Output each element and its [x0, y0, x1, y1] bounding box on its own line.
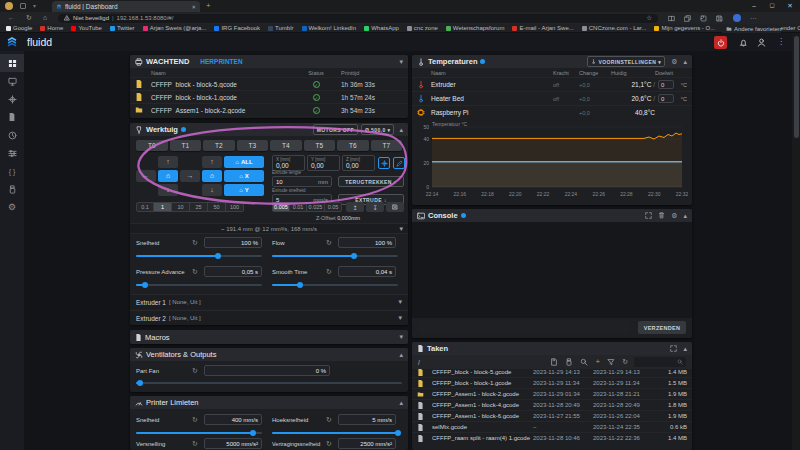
extensions-icon[interactable]	[700, 15, 707, 22]
sidebar-item-tune[interactable]	[0, 90, 24, 108]
tool-button-t5[interactable]: T5	[304, 140, 336, 151]
velocity-reset-icon[interactable]: ↻	[192, 416, 198, 423]
collapse-icon[interactable]: ▾	[399, 58, 403, 66]
home-x-button[interactable]: ⌂X	[224, 170, 264, 182]
tool-button-t4[interactable]: T4	[270, 140, 302, 151]
z-step-button[interactable]: 0.05	[325, 202, 342, 212]
new-tab-button[interactable]: +	[206, 2, 211, 10]
bookmark[interactable]: Tumblr	[268, 25, 293, 31]
other-favorites[interactable]: Andere favorieten	[722, 25, 781, 33]
temp-row-host[interactable]: Raspberry Pi +0,0 40,8°C	[412, 105, 692, 119]
pressure-advance-field[interactable]: 0,05 s	[204, 266, 262, 277]
search-icon[interactable]	[580, 358, 588, 366]
collapse-icon[interactable]: ▴	[683, 58, 687, 66]
smooth-time-reset-icon[interactable]: ↻	[326, 268, 332, 275]
tool-button-t6[interactable]: T6	[337, 140, 369, 151]
bookmark[interactable]: CNCzone.com - Lar...	[582, 25, 647, 31]
move-y-minus-button[interactable]: ↓	[158, 184, 178, 196]
tool-button-t1[interactable]: T1	[170, 140, 202, 151]
filter-icon[interactable]	[607, 358, 615, 366]
browser-profile-avatar[interactable]	[5, 2, 13, 10]
browser-profile-icon[interactable]	[733, 14, 741, 22]
scrollbar-thumb[interactable]	[794, 36, 799, 138]
axis-z-position[interactable]: Z [mm]0,00	[342, 155, 375, 171]
queue-row[interactable]: CFFFP_block - block-5.gcode ✓ 1h 36m 33s	[130, 77, 408, 90]
velocity-field[interactable]: 400 mm/s	[204, 414, 262, 425]
speed-slider[interactable]	[136, 255, 262, 257]
move-step-button[interactable]: 100	[226, 202, 244, 212]
home-y-button[interactable]: ⌂Y	[224, 184, 264, 196]
tool-button-t0[interactable]: T0	[136, 140, 168, 151]
move-step-button[interactable]: 10	[172, 202, 190, 212]
home-z-button[interactable]: ⌂	[202, 170, 222, 182]
tool-edit-button[interactable]	[393, 157, 405, 169]
collapse-icon[interactable]: ▴	[683, 212, 687, 220]
sd-card-icon[interactable]	[550, 358, 558, 366]
page-scrollbar[interactable]	[792, 33, 800, 450]
jobs-expand-icon[interactable]	[670, 345, 677, 352]
move-z-minus-button[interactable]: ↓	[202, 184, 222, 196]
console-clear-trash-icon[interactable]	[658, 212, 665, 219]
window-minimize-button[interactable]: –	[746, 0, 762, 11]
velocity-slider[interactable]	[136, 432, 262, 434]
downloads-icon[interactable]	[716, 15, 723, 22]
z-offset-save-button[interactable]	[386, 202, 404, 212]
pressure-advance-slider[interactable]	[136, 284, 262, 286]
bookmark[interactable]: Google	[6, 25, 32, 31]
sidebar-item-jobs[interactable]	[0, 108, 24, 126]
console-expand-icon[interactable]	[645, 212, 652, 219]
sidebar-item-settings[interactable]: ⚙	[0, 198, 24, 216]
tool-calibrate-button[interactable]	[378, 157, 390, 169]
emergency-stop-button[interactable]	[714, 36, 727, 49]
browser-menu-icon[interactable]: …	[750, 13, 757, 20]
move-step-button-selected[interactable]: 1	[154, 202, 172, 212]
part-fan-reset-icon[interactable]: ↻	[192, 367, 198, 374]
z-step-button[interactable]: 0.01	[290, 202, 307, 212]
scv-field[interactable]: 5 mm/s	[338, 414, 396, 425]
bed-target-input[interactable]: 0	[658, 94, 674, 103]
tab-close-icon[interactable]: ✕	[191, 4, 196, 10]
job-row[interactable]: CFFFP_raam split - raam(4) 1.gcode 2023-…	[412, 432, 692, 443]
motors-off-button[interactable]: MOTORS OFF	[313, 124, 358, 135]
temp-row-extruder[interactable]: Extruder off +0,0 21,1°C / 0 °C	[412, 77, 692, 91]
home-xy-button[interactable]: ⌂	[158, 170, 178, 182]
console-output[interactable]	[412, 222, 692, 318]
refresh-icon[interactable]: ↻	[26, 14, 32, 22]
tab-search-icon[interactable]: ▾	[33, 2, 36, 9]
move-step-button[interactable]: 25	[190, 202, 208, 212]
stats-collapse-icon[interactable]: ▾	[399, 225, 403, 233]
bookmark-star-icon[interactable]: ☆	[646, 14, 652, 22]
job-row[interactable]: CFFFP_block - block-1.gcode 2023-11-29 1…	[412, 377, 692, 388]
sidebar-item-system[interactable]	[0, 180, 24, 198]
bookmark[interactable]: Welkom! LinkedIn	[302, 25, 357, 31]
speed-value-field[interactable]: 100 %	[204, 237, 262, 248]
move-y-plus-button[interactable]: ↑	[158, 156, 178, 168]
bookmark[interactable]: YouTube	[71, 25, 102, 31]
queue-row[interactable]: CFFFP_Assem1 - block-2.gcode ✓ 3h 54m 23…	[130, 103, 408, 116]
add-file-icon[interactable]: +	[595, 358, 600, 366]
collapse-icon[interactable]: ▴	[683, 345, 687, 353]
z-step-button[interactable]: 0.025	[307, 202, 325, 212]
window-maximize-button[interactable]: ▢	[764, 0, 780, 11]
bookmark[interactable]: Twitter	[110, 25, 135, 31]
app-menu-kebab-icon[interactable]: ⋮	[777, 37, 785, 46]
move-step-button[interactable]: 50	[208, 202, 226, 212]
sidebar-item-history[interactable]	[0, 126, 24, 144]
console-settings-icon[interactable]: ⚙	[671, 212, 677, 220]
temp-row-bed[interactable]: Heater Bed off +0,0 20,6°C / 0 °C	[412, 91, 692, 105]
job-row[interactable]: CFFFP_Assem1 - block-6.gcode 2023-11-27 …	[412, 410, 692, 421]
fluidd-logo[interactable]	[6, 36, 18, 48]
workspaces-icon[interactable]	[20, 3, 26, 9]
notifications-bell-icon[interactable]	[739, 38, 748, 47]
presets-button[interactable]: VOORINSTELLINGEN▾	[587, 56, 665, 67]
job-row[interactable]: CFFFP_Assem1 - block-2.gcode 2023-11-29 …	[412, 388, 692, 399]
sidebar-item-console[interactable]	[0, 72, 24, 90]
tool-button-t3[interactable]: T3	[237, 140, 269, 151]
extruder2-select[interactable]: Extruder 2 [ None, Uit ] ▾	[130, 310, 408, 325]
tool-button-t7[interactable]: T7	[371, 140, 403, 151]
sidebar-item-dashboard[interactable]	[0, 54, 24, 72]
collections-icon[interactable]	[684, 15, 691, 22]
flow-value-field[interactable]: 100 %	[338, 237, 396, 248]
sidebar-item-settings-tune[interactable]	[0, 144, 24, 162]
url-field[interactable]: Niet beveiligd | 192.168.1.53:8080/#/ ☆	[58, 14, 658, 23]
